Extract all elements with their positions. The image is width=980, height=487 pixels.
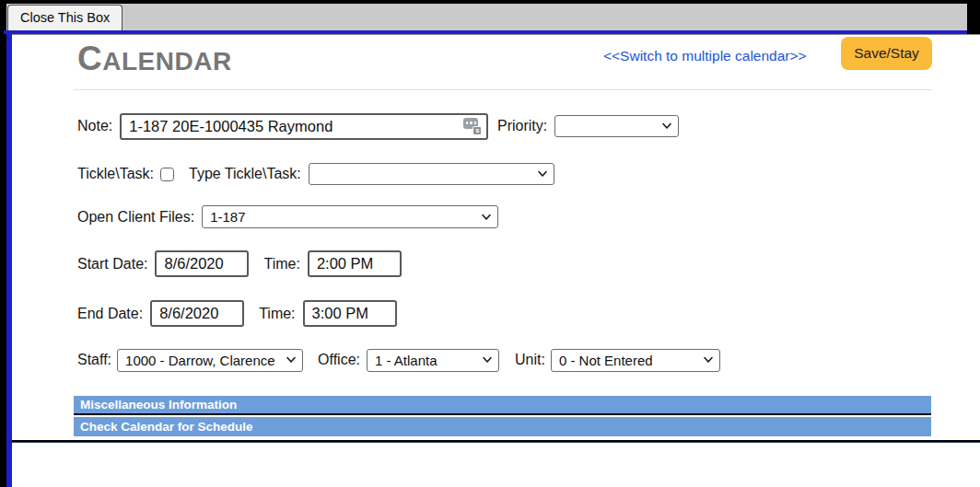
text-expander-badge: s	[472, 126, 482, 135]
calendar-form-panel: CALENDAR <<Switch to multiple calendar>>…	[12, 34, 980, 487]
note-input[interactable]	[120, 113, 488, 140]
chevron-down-icon	[661, 122, 672, 130]
priority-select[interactable]	[554, 115, 679, 137]
tickle-task-checkbox[interactable]	[160, 168, 174, 181]
note-field-wrap: s	[120, 113, 488, 140]
unit-label: Unit:	[515, 352, 545, 368]
tab-strip: Close This Box	[6, 4, 967, 31]
office-select[interactable]: 1 - Atlanta	[367, 349, 499, 372]
end-date-label: End Date:	[77, 306, 143, 322]
end-date-row: End Date: Time:	[77, 300, 397, 327]
staff-office-unit-row: Staff: 1000 - Darrow, Clarence Office: 1…	[77, 348, 720, 372]
chevron-down-icon	[703, 356, 714, 364]
open-client-files-row: Open Client Files: 1-187	[77, 205, 498, 228]
staff-select-value: 1000 - Darrow, Clarence	[125, 353, 275, 368]
check-calendar-for-schedule-header[interactable]: Check Calendar for Schedule	[74, 417, 931, 436]
end-time-input[interactable]	[303, 300, 397, 327]
open-client-files-select[interactable]: 1-187	[202, 205, 498, 228]
note-row: Note: s	[77, 112, 488, 140]
open-client-files-label: Open Client Files:	[77, 209, 194, 226]
note-label: Note:	[77, 118, 112, 134]
text-expander-icon[interactable]: s	[463, 118, 482, 135]
unit-select-value: 0 - Not Entered	[559, 353, 653, 368]
close-this-box-tab[interactable]: Close This Box	[7, 5, 122, 31]
switch-multiple-calendar-link[interactable]: <<Switch to multiple calendar>>	[603, 48, 807, 64]
save-stay-button[interactable]: Save/Stay	[841, 37, 932, 70]
chevron-down-icon	[286, 356, 297, 364]
bottom-divider	[12, 440, 980, 443]
section-bars: Miscellaneous Information Check Calendar…	[74, 396, 931, 436]
start-date-input[interactable]	[155, 250, 249, 277]
type-tickle-task-select[interactable]	[309, 163, 554, 185]
header-divider	[74, 89, 932, 90]
start-time-label: Time:	[263, 256, 299, 272]
page-title-rest: ALENDAR	[102, 47, 231, 75]
chevron-down-icon	[481, 214, 492, 221]
staff-label: Staff:	[77, 352, 111, 368]
chevron-down-icon	[537, 170, 548, 178]
office-label: Office:	[318, 352, 360, 368]
miscellaneous-information-header[interactable]: Miscellaneous Information	[74, 396, 931, 415]
tickle-task-label: Tickle\Task:	[77, 166, 154, 182]
end-time-label: Time:	[259, 306, 295, 322]
page-title: CALENDAR	[77, 40, 232, 78]
start-time-input[interactable]	[308, 250, 402, 277]
chevron-down-icon	[482, 356, 493, 364]
office-select-value: 1 - Atlanta	[375, 353, 438, 368]
priority-group: Priority:	[497, 112, 679, 140]
start-date-label: Start Date:	[77, 256, 147, 272]
tickle-task-row: Tickle\Task: Type Tickle\Task:	[77, 163, 554, 185]
end-date-input[interactable]	[150, 300, 244, 327]
open-client-files-select-value: 1-187	[210, 209, 245, 225]
page-title-initial: C	[77, 40, 102, 77]
staff-select[interactable]: 1000 - Darrow, Clarence	[117, 349, 303, 372]
priority-label: Priority:	[497, 118, 547, 134]
start-date-row: Start Date: Time:	[77, 250, 402, 277]
type-tickle-task-label: Type Tickle\Task:	[189, 166, 301, 182]
unit-select[interactable]: 0 - Not Entered	[551, 349, 720, 372]
